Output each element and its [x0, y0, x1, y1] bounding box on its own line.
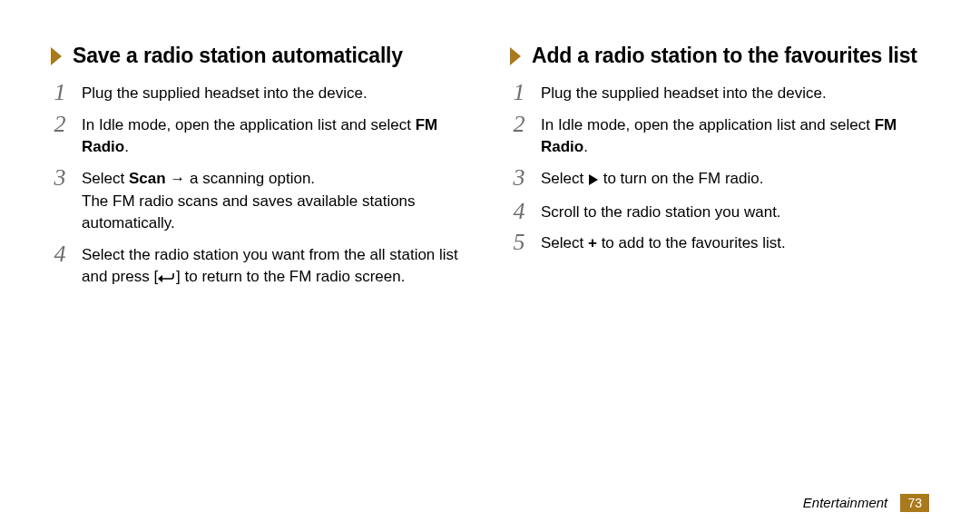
manual-page: Save a radio station automatically 1 Plu…	[0, 0, 980, 532]
heading-text: Add a radio station to the favourites li…	[532, 44, 917, 68]
step-text: Plug the supplied headset into the devic…	[82, 81, 368, 105]
step-number: 5	[510, 231, 528, 254]
section-heading-right: Add a radio station to the favourites li…	[510, 44, 929, 68]
footer-category: Entertainment	[803, 495, 887, 510]
page-number: 73	[900, 494, 929, 512]
page-footer: Entertainment 73	[803, 494, 929, 512]
bold-run: Scan	[129, 170, 166, 187]
right-column: Add a radio station to the favourites li…	[510, 44, 929, 298]
step-item: 3 Select Scan → a scanning option. The F…	[51, 166, 470, 235]
text-run: In Idle mode, open the application list …	[82, 116, 416, 133]
step-item: 3 Select to turn on the FM radio.	[510, 166, 929, 192]
step-text: Scroll to the radio station you want.	[541, 200, 781, 224]
text-run: Select	[82, 170, 129, 187]
step-number: 4	[51, 242, 69, 266]
step-item: 1 Plug the supplied headset into the dev…	[510, 81, 929, 105]
two-column-layout: Save a radio station automatically 1 Plu…	[51, 44, 929, 298]
step-subtext: The FM radio scans and saves available s…	[82, 191, 470, 235]
step-number: 2	[51, 113, 69, 136]
text-run: In Idle mode, open the application list …	[541, 116, 875, 133]
chevron-icon	[51, 47, 64, 65]
step-number: 1	[510, 81, 528, 104]
svg-marker-3	[589, 174, 598, 185]
step-text: Plug the supplied headset into the devic…	[541, 81, 827, 105]
left-column: Save a radio station automatically 1 Plu…	[51, 44, 470, 298]
step-item: 2 In Idle mode, open the application lis…	[51, 113, 470, 159]
step-text: Select Scan → a scanning option. The FM …	[82, 166, 470, 235]
step-item: 4 Select the radio station you want from…	[51, 242, 470, 291]
text-run: → a scanning option.	[166, 170, 315, 187]
svg-marker-1	[158, 275, 162, 282]
step-item: 5 Select + to add to the favourites list…	[510, 231, 929, 255]
step-item: 4 Scroll to the radio station you want.	[510, 200, 929, 224]
text-run: to add to the favourites list.	[597, 234, 786, 251]
step-number: 4	[510, 200, 528, 223]
text-run: .	[124, 138, 129, 155]
bold-run: +	[588, 234, 597, 251]
step-number: 1	[51, 81, 69, 104]
chevron-icon	[510, 47, 523, 65]
text-run: Select	[541, 234, 588, 251]
step-text: Select + to add to the favourites list.	[541, 231, 786, 255]
heading-text: Save a radio station automatically	[73, 44, 403, 68]
step-item: 1 Plug the supplied headset into the dev…	[51, 81, 470, 105]
step-text: In Idle mode, open the application list …	[82, 113, 470, 159]
return-icon	[158, 268, 176, 291]
step-text: In Idle mode, open the application list …	[541, 113, 929, 159]
play-icon	[588, 170, 599, 192]
step-text: Select to turn on the FM radio.	[541, 166, 763, 192]
step-number: 2	[510, 113, 528, 136]
step-number: 3	[510, 166, 528, 190]
step-item: 2 In Idle mode, open the application lis…	[510, 113, 929, 159]
step-text: Select the radio station you want from t…	[82, 242, 470, 291]
svg-marker-2	[510, 47, 521, 65]
text-run: ] to return to the FM radio screen.	[176, 268, 405, 285]
section-heading-left: Save a radio station automatically	[51, 44, 470, 68]
svg-marker-0	[51, 47, 62, 65]
step-number: 3	[51, 166, 69, 190]
text-run: Select	[541, 170, 588, 187]
text-run: .	[583, 138, 588, 155]
text-run: to turn on the FM radio.	[599, 170, 763, 187]
